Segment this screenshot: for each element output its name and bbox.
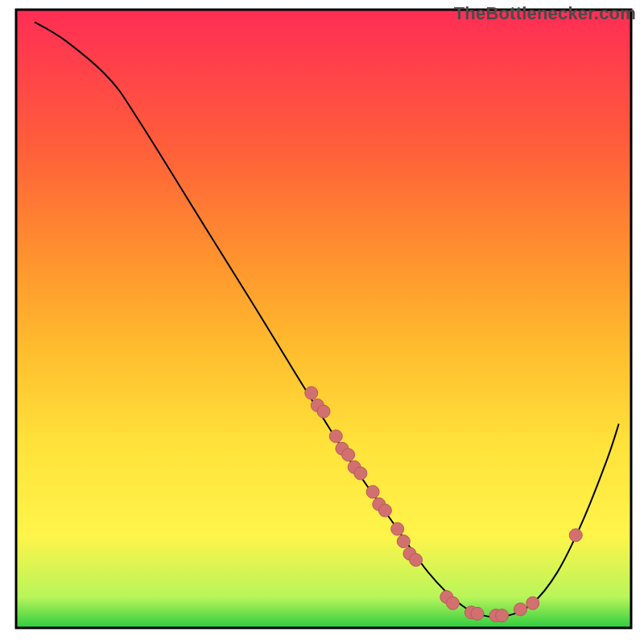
data-marker: [342, 448, 355, 461]
data-marker: [471, 607, 484, 620]
data-marker: [397, 535, 410, 547]
data-marker: [569, 529, 582, 542]
data-marker: [305, 386, 318, 399]
data-marker: [496, 609, 509, 622]
data-marker: [317, 405, 330, 418]
data-marker: [366, 485, 379, 498]
chart-container: TheBottlenecker.com: [0, 0, 644, 644]
data-marker: [410, 554, 423, 567]
data-marker: [354, 467, 367, 480]
bottleneck-curve: [35, 22, 619, 617]
axes-box: [16, 10, 631, 628]
watermark-label: TheBottlenecker.com: [454, 3, 636, 24]
data-marker: [391, 522, 404, 535]
data-marker: [378, 504, 391, 517]
data-marker: [514, 603, 526, 616]
plot-area: [0, 0, 644, 644]
data-marker: [329, 430, 342, 443]
data-marker: [446, 597, 459, 609]
data-marker: [526, 597, 539, 609]
